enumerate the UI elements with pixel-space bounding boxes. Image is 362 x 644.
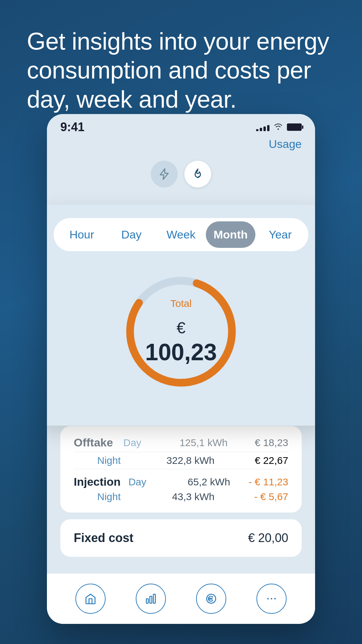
injection-day-cost: - € 11,23 bbox=[238, 476, 288, 488]
bottom-nav bbox=[47, 574, 315, 624]
fixed-cost-label: Fixed cost bbox=[74, 531, 133, 545]
usage-label: Usage bbox=[269, 138, 302, 151]
night-label: Night bbox=[97, 455, 131, 466]
total-value: € 100,23 bbox=[145, 312, 217, 366]
tab-hour[interactable]: Hour bbox=[57, 221, 107, 248]
injection-night-row: Night 43,3 kWh - € 5,67 bbox=[74, 488, 288, 502]
wifi-icon bbox=[274, 122, 283, 132]
injection-night-kwh: 43,3 kWh bbox=[154, 491, 215, 502]
donut-chart: Total € 100,23 bbox=[54, 268, 308, 395]
tab-week[interactable]: Week bbox=[156, 221, 206, 248]
donut-wrapper: Total € 100,23 bbox=[117, 268, 245, 395]
electricity-toggle[interactable] bbox=[151, 161, 178, 187]
floating-card: Hour Day Week Month Year Total € 100, bbox=[47, 205, 315, 426]
svg-point-6 bbox=[267, 598, 269, 600]
status-bar: 9:41 bbox=[47, 114, 315, 138]
nav-more[interactable] bbox=[256, 584, 287, 614]
injection-heading: Injection bbox=[74, 475, 121, 488]
signal-icon bbox=[256, 123, 269, 131]
svg-point-8 bbox=[274, 598, 276, 600]
period-tabs: Hour Day Week Month Year bbox=[54, 218, 308, 251]
fixed-cost-value: € 20,00 bbox=[248, 531, 288, 545]
nav-chart[interactable] bbox=[136, 584, 166, 614]
nav-euro[interactable] bbox=[196, 584, 226, 614]
injection-night-cost: - € 5,67 bbox=[238, 491, 288, 502]
details-section: Offtake Day 125,1 kWh € 18,23 Night 322,… bbox=[47, 426, 315, 564]
injection-day-sub: Day bbox=[128, 476, 162, 488]
offtake-night-kwh: 322,8 kWh bbox=[154, 455, 215, 466]
nav-home[interactable] bbox=[75, 584, 106, 614]
offtake-card: Offtake Day 125,1 kWh € 18,23 Night 322,… bbox=[60, 426, 302, 513]
offtake-night-cost: € 22,67 bbox=[238, 455, 288, 466]
injection-day-kwh: 65,2 kWh bbox=[170, 476, 230, 488]
offtake-night-row: Night 322,8 kWh € 22,67 bbox=[74, 455, 288, 466]
energy-toggles bbox=[47, 157, 315, 194]
tab-year[interactable]: Year bbox=[255, 221, 305, 248]
svg-point-7 bbox=[271, 598, 273, 600]
total-label: Total bbox=[145, 298, 217, 309]
phone-frame: 9:41 Usage bbox=[47, 114, 315, 624]
currency-symbol: € bbox=[177, 319, 186, 337]
battery-icon bbox=[287, 123, 302, 131]
gas-toggle[interactable] bbox=[184, 161, 211, 187]
app-header: Usage bbox=[47, 138, 315, 157]
injection-label-row: Injection Day 65,2 kWh - € 11,23 bbox=[74, 472, 288, 488]
status-time: 9:41 bbox=[60, 120, 84, 134]
svg-rect-4 bbox=[154, 594, 156, 603]
status-icons bbox=[256, 122, 302, 132]
injection-night-sub: Night bbox=[97, 491, 131, 502]
fixed-cost-card: Fixed cost € 20,00 bbox=[60, 519, 302, 557]
tab-month[interactable]: Month bbox=[206, 221, 255, 248]
svg-rect-2 bbox=[146, 599, 148, 603]
svg-rect-3 bbox=[150, 596, 152, 603]
tab-day[interactable]: Day bbox=[107, 221, 156, 248]
headline: Get insights into your energy consumptio… bbox=[27, 27, 335, 114]
donut-center: Total € 100,23 bbox=[145, 298, 217, 366]
